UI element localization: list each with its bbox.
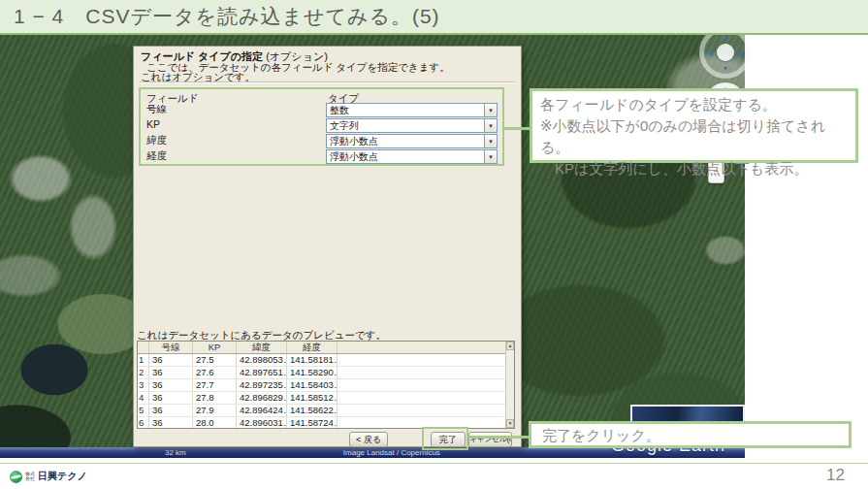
cell-keido: 141.58622… [287,405,338,416]
cell-kp: 27.5 [193,354,237,366]
cell-gousen: 36 [149,354,193,366]
selected-type-gousen: 整数 [330,105,349,115]
table-row: 3 36 27.7 42.897235… 141.58403… [138,379,514,392]
field-label-kp: KP [146,118,160,130]
cell-filler [338,392,514,404]
cell-rownum: 5 [138,405,149,416]
cell-ido: 42.898053… [237,354,287,366]
cell-kp: 27.7 [193,379,237,391]
cell-ido: 42.896031… [237,417,287,429]
dialog-divider [140,82,515,83]
field-type-select-keido[interactable]: 浮動小数点▾ [326,149,498,164]
scroll-down-icon[interactable]: ▼ [506,419,514,428]
page-number: 12 [826,466,845,485]
header-keido: 経度 [287,342,338,353]
cell-rownum: 2 [138,367,149,378]
cell-rownum: 3 [138,379,149,391]
cell-gousen: 36 [149,417,193,429]
cell-ido: 42.896829… [237,392,287,404]
company-logo: 株式 会社 日興テクノ [10,470,87,483]
cell-kp: 28.0 [193,417,237,429]
look-left-icon[interactable]: ◀ [707,49,712,56]
company-name: 日興テクノ [38,470,87,483]
table-scrollbar[interactable]: ▲ ▼ [505,342,514,428]
map-attribution: Image Landsat / Copernicus [343,448,440,457]
callout-connector-fields [502,127,531,130]
cell-filler [338,417,514,429]
cell-rownum: 6 [138,417,149,429]
header-filler [338,342,514,353]
field-type-wizard-dialog: フィールド タイプの指定 (オプション) ここでは、データセットの各フィールド … [133,46,522,447]
field-label-keido: 経度 [146,149,167,163]
title-underline [0,33,868,35]
company-prefix: 株式 会社 [25,472,35,481]
table-row: 2 36 27.6 42.897651… 141.58290… [138,367,514,379]
cell-filler [338,367,514,378]
callout-line-1: 各フィールドのタイプを設定する。 [540,94,848,115]
table-row: 6 36 28.0 42.896031… 141.58724… [138,417,514,429]
cell-ido: 42.897651… [237,367,287,378]
table-header-row: 号線 KP 緯度 経度 [138,342,514,354]
table-row: 5 36 27.9 42.896424… 141.58622… [138,405,514,417]
cell-filler [338,354,514,366]
cell-filler [338,379,514,391]
cell-gousen: 36 [149,379,193,391]
callout-line-2: ※小数点以下が0のみの場合は切り捨てされる。 [540,115,848,158]
cell-keido: 141.58290… [287,367,338,378]
cell-keido: 141.58403… [287,379,338,391]
selected-type-kp: 文字列 [330,120,359,131]
callout-box-finish: 完了をクリック。 [529,421,852,448]
company-prefix-line2: 会社 [25,475,35,481]
callout-connector-finish [468,436,530,439]
cell-kp: 27.9 [193,405,237,416]
header-ido: 緯度 [237,342,287,353]
field-type-select-gousen[interactable]: 整数▾ [326,103,498,117]
header-rownum [138,342,149,353]
table-row: 4 36 27.8 42.896829… 141.58512… [138,392,514,405]
callout-line-3: KPは文字列にし、小数点以下も表示。 [540,158,848,179]
look-knob[interactable] [717,44,734,61]
cell-ido: 42.896424… [237,405,287,416]
scroll-up-icon[interactable]: ▲ [506,342,514,350]
chevron-down-icon[interactable]: ▾ [484,119,497,132]
slide: 1 − 4 CSVデータを読み込ませてみる。(5) 32 km Image La… [0,0,868,489]
cell-gousen: 36 [149,405,193,416]
map-scale-text: 32 km [165,448,186,457]
selected-type-keido: 浮動小数点 [330,151,378,162]
cell-gousen: 36 [149,367,193,378]
look-right-icon[interactable]: ▶ [739,49,744,56]
finish-button[interactable]: 完了 [431,432,466,447]
cell-ido: 42.897235… [237,379,287,391]
footer-divider-line [0,463,868,464]
cell-kp: 27.6 [193,367,237,378]
back-button[interactable]: < 戻る [349,432,388,447]
field-type-select-kp[interactable]: 文字列▾ [326,118,498,133]
header-gousen: 号線 [149,342,193,353]
cell-kp: 27.8 [193,392,237,404]
chevron-down-icon[interactable]: ▾ [484,135,497,147]
callout-box-field-types: 各フィールドのタイプを設定する。 ※小数点以下が0のみの場合は切り捨てされる。 … [530,88,858,163]
chevron-down-icon[interactable]: ▾ [484,104,497,116]
cell-keido: 141.58724… [287,417,338,429]
cell-keido: 141.58512… [287,392,338,404]
preview-table: 号線 KP 緯度 経度 1 36 27.5 42.898053… 141.581… [137,341,515,429]
slide-title: 1 − 4 CSVデータを読み込ませてみる。(5) [0,0,868,33]
company-logo-icon [10,471,22,483]
cell-keido: 141.58181… [287,354,338,366]
cell-filler [338,405,514,416]
cell-gousen: 36 [149,392,193,404]
selected-type-ido: 浮動小数点 [330,136,378,147]
cancel-button[interactable]: キャンセル(C) [468,432,512,447]
field-label-gousen: 号線 [146,103,167,116]
cell-rownum: 1 [138,354,149,366]
chevron-down-icon[interactable]: ▾ [484,150,497,163]
table-row: 1 36 27.5 42.898053… 141.58181… [138,354,514,367]
field-label-ido: 緯度 [146,134,167,147]
field-type-select-ido[interactable]: 浮動小数点▾ [326,134,498,148]
look-down-icon[interactable]: ▼ [723,65,729,72]
header-kp: KP [193,342,237,353]
cell-rownum: 4 [138,392,149,404]
